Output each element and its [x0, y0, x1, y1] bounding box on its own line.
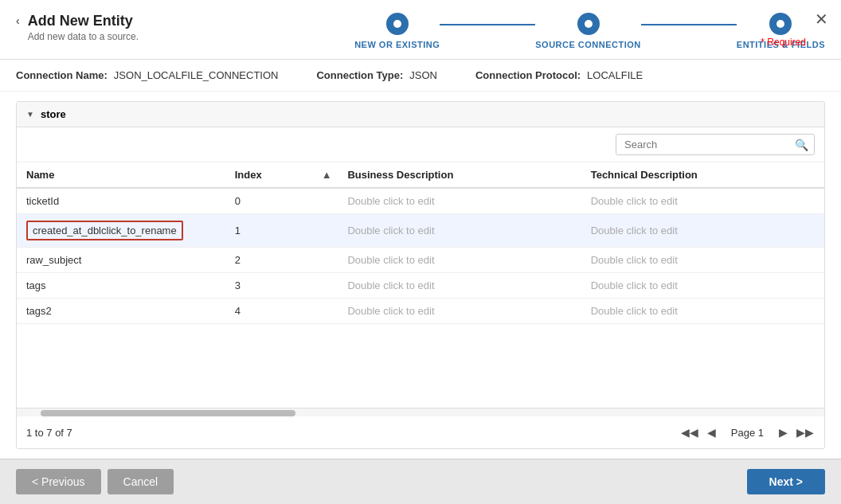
connection-protocol-value: LOCALFILE	[587, 69, 643, 81]
page-first-button[interactable]: ◀◀	[680, 423, 699, 442]
stepper: NEW OR EXISTING SOURCE CONNECTION ENTITI…	[354, 13, 825, 59]
cell-sort	[312, 299, 338, 324]
cell-index: 0	[225, 188, 312, 214]
cell-technical[interactable]: Double click to edit	[581, 188, 824, 214]
cell-name[interactable]: tags2	[17, 299, 225, 324]
table-row: ticketId0Double click to editDouble clic…	[17, 188, 824, 214]
page-next-button[interactable]: ▶	[773, 423, 792, 442]
entity-table: Name Index ▲ Business Description Techni	[17, 162, 824, 324]
connection-type-label: Connection Type:	[316, 69, 403, 81]
store-panel: ▼ store 🔍 Name Index	[16, 101, 825, 449]
cell-name[interactable]: ticketId	[17, 188, 225, 214]
search-input[interactable]	[616, 134, 815, 155]
step-label-1: NEW OR EXISTING	[354, 40, 440, 49]
store-name-label: store	[41, 108, 66, 120]
cell-sort	[312, 273, 338, 299]
cell-index: 2	[225, 248, 312, 273]
cell-business[interactable]: Double click to edit	[338, 248, 581, 273]
connection-name-label: Connection Name:	[16, 69, 108, 81]
footer-left-buttons: < Previous Cancel	[16, 469, 174, 494]
editing-cell[interactable]: created_at_dblclick_to_rename	[26, 221, 183, 240]
search-wrapper: 🔍	[616, 134, 815, 155]
cell-sort	[312, 214, 338, 248]
table-body: ticketId0Double click to editDouble clic…	[17, 188, 824, 324]
step-inner-3	[776, 20, 784, 28]
cell-sort	[312, 248, 338, 273]
step-source-connection: SOURCE CONNECTION	[535, 13, 641, 49]
col-header-technical: Technical Description	[581, 162, 824, 188]
connection-type-value: JSON	[409, 69, 437, 81]
table-row: tags24Double click to editDouble click t…	[17, 299, 824, 324]
add-entity-modal: ‹ Add New Entity Add new data to a sourc…	[0, 0, 841, 504]
required-text: Required	[767, 37, 806, 48]
store-collapse-icon[interactable]: ▼	[26, 110, 34, 119]
table-footer: 1 to 7 of 7 ◀◀ ◀ Page 1 ▶ ▶▶	[17, 408, 824, 448]
cell-name[interactable]: raw_subject	[17, 248, 225, 273]
back-icon: ‹	[16, 14, 20, 27]
close-button[interactable]: ✕	[815, 10, 828, 29]
horizontal-scrollbar[interactable]	[17, 408, 824, 416]
cell-sort	[312, 188, 338, 214]
step-new-or-existing: NEW OR EXISTING	[354, 13, 440, 49]
required-asterisk: *	[761, 37, 765, 48]
search-icon: 🔍	[795, 139, 808, 151]
table-header-row: Name Index ▲ Business Description Techni	[17, 162, 824, 188]
col-header-name: Name	[17, 162, 225, 188]
step-circle-2	[577, 13, 600, 35]
entity-table-container: Name Index ▲ Business Description Techni	[17, 162, 824, 408]
step-connector-2	[641, 13, 737, 25]
page-last-button[interactable]: ▶▶	[796, 423, 815, 442]
cell-name[interactable]: created_at_dblclick_to_rename	[17, 214, 225, 248]
previous-button[interactable]: < Previous	[16, 469, 101, 494]
cell-technical[interactable]: Double click to edit	[581, 248, 824, 273]
page-label: Page	[731, 427, 755, 439]
step-connector-1	[440, 13, 535, 25]
cell-technical[interactable]: Double click to edit	[581, 214, 824, 248]
cell-index: 4	[225, 299, 312, 324]
cell-index: 1	[225, 214, 312, 248]
back-button[interactable]: ‹	[16, 14, 20, 27]
modal-header: ‹ Add New Entity Add new data to a sourc…	[0, 0, 841, 60]
page-nav: ◀◀ ◀ Page 1 ▶ ▶▶	[680, 423, 815, 442]
col-header-index: Index	[225, 162, 312, 188]
cell-technical[interactable]: Double click to edit	[581, 273, 824, 299]
table-row: raw_subject2Double click to editDouble c…	[17, 248, 824, 273]
cell-index: 3	[225, 273, 312, 299]
connection-name-value: JSON_LOCALFILE_CONNECTION	[114, 69, 279, 81]
step-line-1	[440, 24, 535, 25]
modal-title: Add New Entity	[28, 13, 354, 29]
step-label-2: SOURCE CONNECTION	[535, 40, 641, 49]
table-row: tags3Double click to editDouble click to…	[17, 273, 824, 299]
connection-info-bar: Connection Name: JSON_LOCALFILE_CONNECTI…	[0, 60, 841, 92]
step-circle-1	[386, 13, 409, 35]
store-header: ▼ store	[17, 102, 824, 127]
cell-business[interactable]: Double click to edit	[338, 188, 581, 214]
search-bar: 🔍	[17, 127, 824, 162]
scrollbar-thumb	[41, 410, 295, 416]
step-inner-1	[393, 20, 401, 28]
required-note: * Required	[761, 37, 806, 48]
step-circle-3	[769, 13, 792, 35]
col-header-sort[interactable]: ▲	[312, 162, 338, 188]
cell-business[interactable]: Double click to edit	[338, 299, 581, 324]
cancel-button[interactable]: Cancel	[108, 469, 174, 494]
page-current: Page 1	[725, 427, 770, 439]
cell-name[interactable]: tags	[17, 273, 225, 299]
sort-icon: ▲	[322, 169, 332, 181]
col-header-business: Business Description	[338, 162, 581, 188]
pagination-bar: 1 to 7 of 7 ◀◀ ◀ Page 1 ▶ ▶▶	[17, 416, 824, 448]
cell-technical[interactable]: Double click to edit	[581, 299, 824, 324]
title-area: Add New Entity Add new data to a source.	[28, 13, 354, 42]
cell-business[interactable]: Double click to edit	[338, 214, 581, 248]
step-line-2	[641, 24, 737, 25]
step-inner-2	[585, 20, 593, 28]
modal-footer: < Previous Cancel Next >	[0, 459, 841, 504]
cell-business[interactable]: Double click to edit	[338, 273, 581, 299]
page-info: 1 to 7 of 7	[26, 427, 72, 439]
page-number: 1	[758, 427, 764, 439]
next-button[interactable]: Next >	[747, 469, 825, 494]
connection-protocol-label: Connection Protocol:	[475, 69, 581, 81]
page-prev-button[interactable]: ◀	[702, 423, 722, 442]
modal-subtitle: Add new data to a source.	[28, 31, 354, 42]
table-row: created_at_dblclick_to_rename1Double cli…	[17, 214, 824, 248]
